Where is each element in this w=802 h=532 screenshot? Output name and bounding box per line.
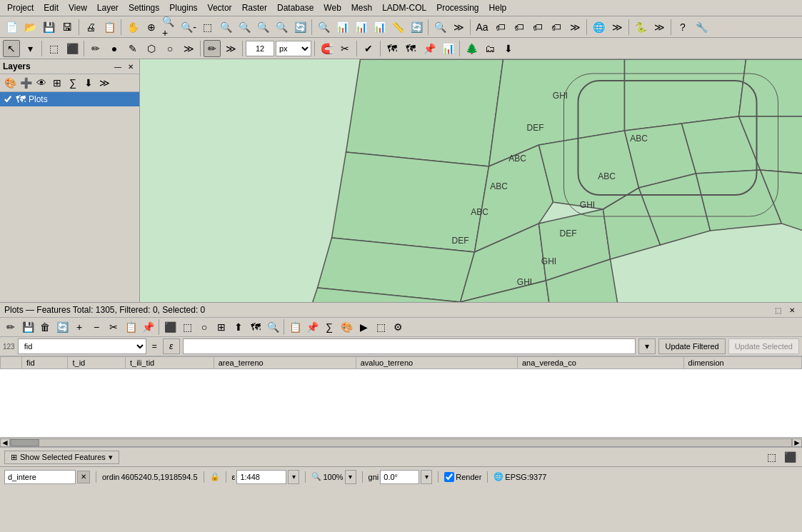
remove-layer-btn[interactable]: 👁 bbox=[34, 76, 49, 90]
refresh-btn[interactable]: 🔄 bbox=[408, 19, 425, 36]
menu-processing[interactable]: Processing bbox=[432, 1, 483, 14]
deselect-all-attr-btn[interactable]: ○ bbox=[196, 319, 212, 335]
action-btn[interactable]: ▶ bbox=[356, 319, 371, 335]
browser-btn[interactable]: 🗂 bbox=[481, 40, 498, 57]
filter-attr-btn[interactable]: ⊞ bbox=[214, 319, 229, 335]
menu-database[interactable]: Database bbox=[273, 1, 318, 14]
zoom-full-btn[interactable]: 🔍 bbox=[236, 19, 253, 36]
copy-btn[interactable]: 📋 bbox=[123, 319, 139, 335]
menu-mesh[interactable]: Mesh bbox=[347, 1, 376, 14]
select-location-btn[interactable]: 📊 bbox=[371, 19, 388, 36]
col-header-area[interactable]: area_terreno bbox=[214, 357, 356, 369]
col-header-vereda[interactable]: ana_vereda_co bbox=[517, 357, 683, 369]
edit-btn[interactable]: ✏ bbox=[87, 40, 104, 57]
filter-layer-btn[interactable]: ⊞ bbox=[50, 76, 64, 90]
deselect-btn[interactable]: 📊 bbox=[352, 19, 369, 36]
layer-tree-btn[interactable]: 🌲 bbox=[463, 40, 480, 57]
float-btn[interactable]: ⬛ bbox=[782, 449, 798, 465]
layer-item-plots[interactable]: 🗺 Plots bbox=[0, 92, 139, 106]
add-line-btn[interactable]: ✎ bbox=[124, 40, 141, 57]
more-layers-btn[interactable]: ≫ bbox=[97, 76, 111, 90]
add-layer-btn[interactable]: ➕ bbox=[19, 76, 33, 90]
pan-to-select-attr-btn[interactable]: 🗺 bbox=[248, 319, 264, 335]
select-all-btn[interactable]: ⬛ bbox=[64, 40, 81, 57]
magnifier-dropdown-btn[interactable]: ▾ bbox=[345, 470, 356, 484]
attr-table-close-btn[interactable]: ✕ bbox=[786, 304, 798, 316]
angle-dropdown-btn[interactable]: ▾ bbox=[421, 470, 432, 484]
horizontal-scrollbar[interactable]: ◄ ► bbox=[0, 437, 802, 447]
scale-input[interactable] bbox=[236, 470, 286, 484]
add-circle-btn[interactable]: ○ bbox=[161, 40, 179, 57]
pan-btn[interactable]: ✋ bbox=[124, 19, 141, 36]
label-more-btn[interactable]: ≫ bbox=[566, 19, 583, 36]
zoom-rubber-btn[interactable]: ⬚ bbox=[199, 19, 216, 36]
open-layer-style-btn[interactable]: 🎨 bbox=[3, 76, 17, 90]
menu-web[interactable]: Web bbox=[319, 1, 345, 14]
settings-attr-btn[interactable]: ⚙ bbox=[390, 319, 406, 335]
menu-ladm-col[interactable]: LADM-COL bbox=[378, 1, 431, 14]
col-header-dimension[interactable]: dimension bbox=[683, 357, 801, 369]
menu-raster[interactable]: Raster bbox=[238, 1, 271, 14]
zoom-next-btn[interactable]: 🔄 bbox=[291, 19, 309, 36]
update-filtered-btn[interactable]: Update Filtered bbox=[658, 338, 725, 354]
label-btn5[interactable]: 🏷 bbox=[548, 19, 565, 36]
menu-project[interactable]: Project bbox=[3, 1, 38, 14]
select-all-attr-btn[interactable]: ⬛ bbox=[162, 319, 178, 335]
save-as-btn[interactable]: 🖫 bbox=[59, 19, 76, 36]
copy-select-btn[interactable]: 📋 bbox=[287, 319, 303, 335]
more-digitize-btn[interactable]: ≫ bbox=[180, 40, 197, 57]
show-selected-btn[interactable]: ⊞ Show Selected Features ▾ bbox=[4, 451, 119, 464]
active-edit-btn[interactable]: ✏ bbox=[204, 40, 221, 57]
col-header-tilitid[interactable]: t_ili_tid bbox=[126, 357, 214, 369]
label-btn3[interactable]: 🏷 bbox=[511, 19, 528, 36]
save-edits-btn[interactable]: 💾 bbox=[20, 319, 36, 335]
check-geom-btn[interactable]: ✔ bbox=[360, 40, 377, 57]
select-feature-btn[interactable]: 📊 bbox=[334, 19, 351, 36]
paste-as-btn[interactable]: 📌 bbox=[304, 319, 320, 335]
zoom-actual-btn[interactable]: 🔍 bbox=[217, 19, 234, 36]
filter-value-input[interactable] bbox=[183, 338, 636, 354]
attr-table-data[interactable]: fid t_id t_ili_tid area_terreno avaluo_t… bbox=[0, 356, 802, 437]
cond-format-btn[interactable]: 🎨 bbox=[339, 319, 354, 335]
menu-layer[interactable]: Layer bbox=[93, 1, 123, 14]
font-size-input[interactable] bbox=[246, 41, 274, 56]
ladm-col-btn[interactable]: 🔧 bbox=[693, 19, 710, 36]
print-layout-btn[interactable]: 🖨 bbox=[82, 19, 99, 36]
scroll-left-btn[interactable]: ◄ bbox=[0, 438, 10, 447]
cut-btn[interactable]: ✂ bbox=[106, 319, 121, 335]
render-checkbox[interactable] bbox=[444, 472, 454, 482]
filter-field-select[interactable]: fid bbox=[18, 338, 146, 354]
dock-table-btn[interactable]: ⬚ bbox=[373, 319, 389, 335]
map-canvas[interactable]: GHI ABC DEF ABC ABC ABC GHI ABC DEF DEF … bbox=[140, 59, 802, 302]
snap-btn[interactable]: 🧲 bbox=[318, 40, 335, 57]
plugin-more-btn[interactable]: ≫ bbox=[608, 19, 626, 36]
angle-input[interactable] bbox=[380, 470, 419, 484]
menu-view[interactable]: View bbox=[64, 1, 91, 14]
refresh-attr-btn[interactable]: 🔄 bbox=[54, 319, 70, 335]
epsilon-btn[interactable]: ε bbox=[163, 338, 180, 354]
paste-btn[interactable]: 📌 bbox=[140, 319, 156, 335]
scrollbar-thumb[interactable] bbox=[11, 439, 39, 446]
toggle-edit-btn[interactable]: ✏ bbox=[3, 319, 19, 335]
select-dropdown-btn[interactable]: ▾ bbox=[21, 40, 39, 57]
zoom-out-btn[interactable]: 🔍- bbox=[180, 19, 197, 36]
identify-btn[interactable]: 🔍 bbox=[315, 19, 332, 36]
more-btn[interactable]: ≫ bbox=[450, 19, 467, 36]
col-header-avaluo[interactable]: avaluo_terreno bbox=[356, 357, 517, 369]
scrollbar-track[interactable] bbox=[10, 438, 792, 447]
map-annot-btn[interactable]: 📌 bbox=[421, 40, 438, 57]
identify-tool-btn[interactable]: 🔍 bbox=[431, 19, 448, 36]
add-feature-btn[interactable]: + bbox=[71, 319, 87, 335]
new-project-btn[interactable]: 📄 bbox=[3, 19, 20, 36]
menu-settings[interactable]: Settings bbox=[124, 1, 164, 14]
layers-minimize-btn[interactable]: — bbox=[112, 61, 124, 72]
select-tool-btn[interactable]: ↖ bbox=[3, 40, 20, 57]
col-header-fid-val[interactable]: fid bbox=[22, 357, 68, 369]
import-btn[interactable]: ⬇ bbox=[500, 40, 517, 57]
label-btn2[interactable]: 🏷 bbox=[492, 19, 509, 36]
col-header-tid[interactable]: t_id bbox=[68, 357, 126, 369]
menu-edit[interactable]: Edit bbox=[39, 1, 63, 14]
plugin-more2-btn[interactable]: ≫ bbox=[651, 19, 668, 36]
atlas-btn[interactable]: 📋 bbox=[101, 19, 118, 36]
scale-dropdown-btn[interactable]: ▾ bbox=[288, 470, 299, 484]
